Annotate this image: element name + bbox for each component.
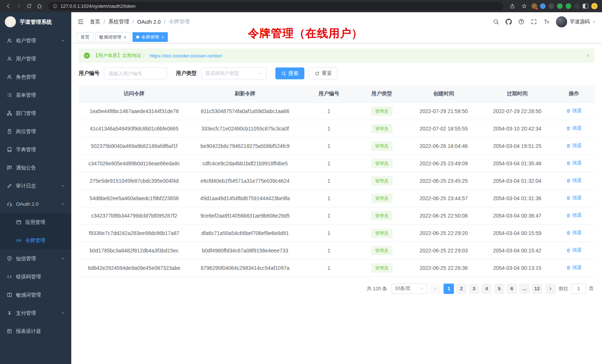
sidebar-item-post[interactable]: 岗位管理: [0, 122, 71, 140]
broadcast-icon: [16, 238, 22, 243]
access-token-cell: c347026e805e4d99b0d116eae66eda8c: [79, 155, 190, 172]
force-logout-button[interactable]: 强退: [566, 142, 582, 149]
share-icon[interactable]: [508, 2, 517, 11]
force-logout-button[interactable]: 强退: [566, 107, 582, 114]
extension-puzzle-icon[interactable]: [566, 3, 571, 9]
sidebar-item-oauth2[interactable]: OAuth 2.0: [0, 195, 71, 213]
page-more-button[interactable]: ...: [519, 284, 530, 294]
breadcrumb-item[interactable]: 系统管理: [108, 19, 129, 25]
sidebar-split-icon[interactable]: [583, 4, 588, 9]
url-bar[interactable]: 127.0.0.1:1024/system/oauth2/token: [48, 2, 503, 10]
breadcrumb-item[interactable]: 首页: [90, 19, 100, 25]
user-id-cell: 1: [301, 120, 357, 137]
sidebar-item-pay[interactable]: 支付管理: [0, 304, 71, 322]
tab-sensitive-word[interactable]: 敏感词管理×: [95, 32, 130, 42]
access-token-cell: c342377bf8b344799dcbf7bf095287f2: [79, 207, 190, 224]
sidebar-item-errcode[interactable]: 错误码管理: [0, 268, 71, 286]
reset-button[interactable]: 重置: [309, 67, 338, 79]
close-icon[interactable]: ×: [161, 35, 164, 40]
columns-icon: [6, 292, 12, 298]
close-icon[interactable]: ×: [124, 35, 127, 40]
user-id-cell: 1: [301, 189, 357, 207]
force-logout-button[interactable]: 强退: [566, 247, 582, 254]
sidebar-item-sms[interactable]: 短信管理: [0, 249, 71, 268]
doc-link[interactable]: https://doc.iocoder.cn/user-center/: [150, 53, 222, 59]
sidebar-item-report[interactable]: 报表设计器: [0, 322, 71, 340]
column-header: 过期时间: [481, 85, 553, 102]
refresh-token-cell: 8796295f04064c2983414cc54af1097a: [190, 259, 301, 277]
search-icon[interactable]: [493, 19, 499, 25]
page-button-6[interactable]: 6: [507, 284, 517, 294]
extension-badged-icon[interactable]: [531, 3, 537, 9]
created-at-cell: 2022-06-25 22:26:36: [406, 259, 481, 277]
sidebar-item-sensitive[interactable]: 敏感词管理: [0, 286, 71, 304]
extension-gray-icon[interactable]: [574, 3, 580, 9]
force-logout-button[interactable]: 强退: [566, 195, 582, 201]
list-icon: [6, 92, 12, 98]
page-button-5[interactable]: 5: [494, 284, 504, 294]
sidebar-collapse-icon[interactable]: [77, 18, 84, 25]
prev-page-button[interactable]: [430, 284, 441, 294]
profile-smiley-icon[interactable]: [591, 3, 598, 9]
force-logout-button[interactable]: 强退: [566, 229, 582, 236]
code-icon: [6, 274, 12, 279]
docs-help-icon[interactable]: [518, 19, 524, 25]
force-logout-button[interactable]: 强退: [566, 177, 582, 184]
sidebar-item-dict[interactable]: 字典管理: [0, 140, 71, 159]
goto-page-input[interactable]: [571, 284, 586, 294]
home-icon[interactable]: [35, 2, 44, 11]
close-icon[interactable]: ×: [586, 53, 589, 59]
font-size-icon[interactable]: [543, 19, 550, 25]
tab-home[interactable]: 首页: [77, 32, 93, 42]
github-icon[interactable]: [506, 19, 512, 25]
extension-green-circle-icon[interactable]: [557, 3, 563, 9]
force-logout-button[interactable]: 强退: [566, 264, 582, 271]
force-logout-button[interactable]: 强退: [566, 160, 582, 166]
next-page-button[interactable]: [545, 284, 556, 294]
extension-blue-icon[interactable]: [540, 3, 546, 9]
breadcrumb-item[interactable]: OAuth 2.0: [137, 19, 161, 25]
active-tab-dot: [136, 36, 139, 39]
sidebar-item-notice[interactable]: 通知公告: [0, 159, 71, 177]
reload-icon[interactable]: [24, 2, 33, 11]
back-icon[interactable]: [4, 2, 13, 11]
table-row: 502375b8040a469a9b82188afdf6af1fbe90422b…: [79, 137, 595, 155]
user-type-select[interactable]: 请选择用户类型: [201, 67, 266, 79]
site-info-icon[interactable]: [52, 3, 58, 9]
user-menu[interactable]: 芋道源码: [556, 16, 596, 27]
force-logout-button[interactable]: 强退: [566, 125, 582, 132]
bookmark-star-icon[interactable]: [520, 2, 529, 11]
sidebar-item-token[interactable]: 令牌管理: [0, 231, 71, 249]
breadcrumb: 首页/系统管理/OAuth 2.0/令牌管理: [90, 19, 190, 25]
sidebar-item-audit[interactable]: 审计日志: [0, 177, 71, 195]
page-button-1[interactable]: 1: [444, 284, 454, 294]
force-logout-button[interactable]: 强退: [566, 212, 582, 219]
doc-alert: 【用户体系】文档地址： https://doc.iocoder.cn/user-…: [79, 49, 595, 63]
fullscreen-icon[interactable]: [531, 19, 537, 25]
forward-icon[interactable]: [14, 2, 23, 11]
user-type-tag: 管理员: [372, 159, 392, 168]
refresh-token-cell: dfa6c71a50a54c66bef706ef9e6e8d81: [190, 224, 301, 242]
page-button-12[interactable]: 12: [532, 284, 542, 294]
sidebar-item-role[interactable]: 角色管理: [0, 68, 71, 86]
user-id-cell: 1: [301, 137, 357, 155]
user-avatar: [556, 16, 567, 27]
sidebar-item-menu[interactable]: 菜单管理: [0, 86, 71, 104]
tab-token[interactable]: 令牌管理×: [132, 32, 168, 42]
page-button-3[interactable]: 3: [469, 284, 479, 294]
page-button-2[interactable]: 2: [456, 284, 467, 294]
sidebar: 芋道管理系统 租户管理用户管理角色管理菜单管理部门管理岗位管理字典管理通知公告审…: [0, 12, 71, 364]
grid-icon: [6, 328, 12, 334]
page-size-select[interactable]: 10条/页: [392, 284, 427, 294]
sidebar-item-app[interactable]: 应用管理: [0, 213, 71, 231]
search-button[interactable]: 搜索: [275, 67, 304, 79]
sidebar-item-tenant[interactable]: 租户管理: [0, 32, 71, 50]
sidebar-item-dept[interactable]: 部门管理: [0, 104, 71, 122]
extension-dark-icon[interactable]: [549, 3, 554, 9]
user-id-input[interactable]: [104, 67, 167, 79]
page-button-4[interactable]: 4: [481, 284, 492, 294]
refresh-token-cell: cdfc4ce9c2da4bb1bdf21b9918ff4be5: [190, 155, 301, 172]
sidebar-item-user[interactable]: 用户管理: [0, 50, 71, 68]
goto-label: 前往: [559, 285, 568, 292]
user-name: 芋道源码: [570, 19, 590, 25]
